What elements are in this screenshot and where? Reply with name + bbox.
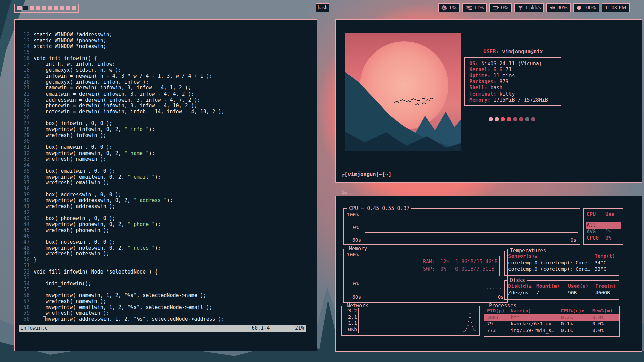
line-number: 31	[18, 144, 34, 150]
process-row[interactable]: 3801btm0.2%0.0%	[484, 314, 619, 321]
code-line[interactable]: 17 int h, w, infoh, infow;	[18, 61, 315, 67]
system-monitor-window[interactable]: CPU ─ 0.45 0.55 0.37 100% 0% ······· 60s…	[335, 196, 642, 352]
code-line[interactable]: 54 init_infowin();	[18, 281, 315, 287]
code-line[interactable]: 41 wrefresh( addresswin );	[18, 204, 315, 210]
code-line[interactable]: 40 mvwprintw( addresswin, 0, 2, " addres…	[18, 198, 315, 204]
workspace-square-7[interactable]	[54, 6, 58, 10]
code-line[interactable]: 51	[18, 263, 315, 269]
code-line[interactable]: 44 mvwprintw( phonewin, 0, 2, " phone ")…	[18, 222, 315, 228]
workspace-square-2[interactable]	[23, 6, 28, 10]
module-ram[interactable]: 11%	[462, 3, 487, 12]
workspace-square-8[interactable]	[60, 6, 64, 10]
ram-icon	[466, 5, 472, 10]
module-brightness[interactable]: 100%	[573, 3, 599, 12]
workspace-square-10[interactable]	[72, 6, 76, 10]
code-line[interactable]: 13static WINDOW *phonewin;	[18, 38, 315, 44]
cpu-legend-row[interactable]: AVG1%	[586, 229, 621, 235]
code-line[interactable]: 30	[18, 138, 315, 144]
network-y-label: 2.1	[342, 314, 357, 320]
code-line[interactable]: 45 wrefresh( phonewin );	[18, 228, 315, 234]
palette-dot-6	[519, 117, 523, 121]
workspace-square-1[interactable]	[17, 6, 22, 10]
code-line[interactable]: 36 mvwprintw( emailwin, 0, 2, " email ")…	[18, 174, 315, 180]
code-line[interactable]: 19 infowin = newwin( h - 4, 3 * w / 4 - …	[18, 73, 315, 79]
workspace-square-5[interactable]	[42, 6, 46, 10]
vim-cursor[interactable]	[43, 316, 46, 321]
line-number: 12	[18, 32, 34, 38]
line-number: 25	[18, 109, 34, 115]
module-wifi[interactable]: 1.5kb/s	[514, 3, 544, 12]
code-line[interactable]: 46	[18, 233, 315, 239]
line-text: box( infowin , 0, 0 );	[34, 121, 112, 127]
cpu-legend-row[interactable]: All	[586, 222, 621, 229]
code-line[interactable]: 28 mvwprintw( infowin, 0, 2, " info ");	[18, 127, 315, 133]
desktop: bash 1%11%0%1.5kb/s80%100%11:03 PM 12sta…	[0, 0, 644, 362]
terminal-cursor[interactable]	[351, 191, 354, 196]
fetch-terminal-window[interactable]: USER: vimjongun@nix OS: NixOS 24.11 (Vic…	[335, 19, 642, 183]
code-line[interactable]: 49 wrefresh( noteswin );	[18, 251, 315, 257]
code-line[interactable]: 18 getmaxyx( stdscr, h, w );	[18, 67, 315, 73]
code-line[interactable]: 52void fill_infowin( Node *selectedNode …	[18, 269, 315, 275]
code-line[interactable]: 24 phonewin = derwin( infowin, 3, infow …	[18, 103, 315, 109]
line-number: 50	[18, 257, 34, 263]
code-line[interactable]: 33 wrefresh( namewin );	[18, 156, 315, 162]
code-line[interactable]: 47 box( noteswin , 0, 0 );	[18, 239, 315, 245]
code-line[interactable]: 53	[18, 275, 315, 281]
code-line[interactable]: 39 box( addresswin , 0, 0 );	[18, 192, 315, 198]
info-value: bash	[490, 85, 502, 91]
code-line[interactable]: 58 mvwprintw( emailwin, 1, 2, "%s", sele…	[18, 305, 315, 311]
code-line[interactable]: 42	[18, 210, 315, 216]
code-line[interactable]: 21 namewin = derwin( infowin, 3, infow -…	[18, 85, 315, 91]
module-label: 80%	[557, 5, 567, 11]
code-line[interactable]: 31 box( namewin , 0, 0 );	[18, 144, 315, 150]
code-line[interactable]: 22 emailwin = derwin( infowin, 3, infow …	[18, 91, 315, 97]
process-row[interactable]: 79kworker/6:1-ev…0.1%0.0%	[484, 321, 619, 327]
code-line[interactable]: 56 mvwprintw( namewin, 1, 2, "%s", selec…	[18, 293, 315, 299]
code-line[interactable]: 50}	[18, 257, 315, 263]
line-text: box( emailwin , 0, 0 );	[34, 168, 115, 174]
code-line[interactable]: 20 getmaxyx( infowin, infoh, infow );	[18, 79, 315, 85]
code-line[interactable]: 15	[18, 50, 315, 56]
line-number: 40	[18, 198, 34, 204]
code-line[interactable]: 26	[18, 115, 315, 121]
focused-window-tag[interactable]: bash	[316, 3, 329, 12]
code-line[interactable]: 23 addresswin = derwin( infowin, 3, info…	[18, 97, 315, 103]
workspace-square-6[interactable]	[48, 6, 52, 10]
process-row[interactable]: 773irq/159-rmi4_s…0.1%0.0%	[484, 327, 619, 334]
module-volume[interactable]: 80%	[546, 3, 571, 12]
code-line[interactable]: 32 mvwprintw( namewin, 0, 2, " name ");	[18, 150, 315, 157]
code-area[interactable]: 12static WINDOW *addresswin;13static WIN…	[18, 32, 315, 322]
info-label: Uptime:	[469, 73, 490, 79]
code-line[interactable]: 43 box( phonewin , 0, 0 );	[18, 216, 315, 222]
code-line[interactable]: 59 wrefresh( emailwin );	[18, 310, 315, 316]
cpu-legend-row[interactable]: CPU00%	[586, 235, 621, 241]
editor-window[interactable]: 12static WINDOW *addresswin;13static WIN…	[14, 19, 317, 351]
code-line[interactable]: 34	[18, 162, 315, 168]
code-line[interactable]: 60 mvwprintw( addresswin, 1, 2, "%s", se…	[18, 316, 315, 322]
code-line[interactable]: 57 wrefresh( namewin );	[18, 299, 315, 305]
cpu-graph-dots: ·······	[552, 229, 575, 234]
code-line[interactable]: 29 wrefresh( infowin );	[18, 133, 315, 139]
string-literal: " phone "	[127, 221, 155, 227]
code-line[interactable]: 12static WINDOW *addresswin;	[18, 32, 315, 38]
code-line[interactable]: 38	[18, 186, 315, 192]
code-line[interactable]: 25 noteswin = derwin( infowin, infoh - 1…	[18, 109, 315, 115]
module-clock[interactable]: 11:03 PM	[602, 3, 630, 12]
module-battery[interactable]: 0%	[489, 3, 512, 12]
code-line[interactable]: 14static WINDOW *noteswin;	[18, 44, 315, 50]
info-value: 6.6.71	[493, 67, 512, 73]
workspace-square-4[interactable]	[36, 6, 40, 10]
module-cpu[interactable]: 1%	[438, 3, 460, 12]
code-line[interactable]: 37 wrefresh( emailwin );	[18, 180, 315, 186]
code-line[interactable]: 55	[18, 287, 315, 293]
code-line[interactable]: 16void init_infowin() {	[18, 56, 315, 62]
workspace-square-9[interactable]	[66, 6, 70, 10]
code-line[interactable]: 48 mvwprintw( noteswin, 0, 2, " notes ")…	[18, 245, 315, 251]
code-line[interactable]: 27 box( infowin , 0, 0 );	[18, 121, 315, 127]
workspace-square-3[interactable]	[30, 6, 34, 10]
line-number: 18	[18, 67, 34, 73]
code-line[interactable]: 35 box( emailwin , 0, 0 );	[18, 168, 315, 174]
network-y-label: 1.1	[342, 320, 357, 326]
line-number: 21	[18, 85, 34, 91]
workspace-indicator[interactable]	[14, 4, 79, 13]
